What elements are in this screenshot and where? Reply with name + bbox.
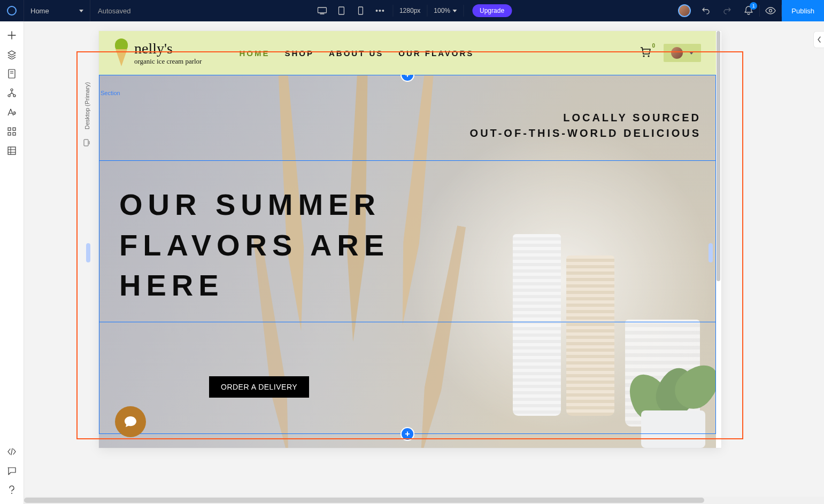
svg-point-25 [643,55,644,57]
svg-rect-17 [13,133,16,135]
editor-canvas[interactable]: Desktop (Primary) nelly's organic ice cr… [24,21,824,497]
svg-rect-2 [338,7,344,14]
tablet-breakpoint-button[interactable] [332,0,351,21]
desktop-icon [83,139,91,146]
nav-flavors[interactable]: Our Flavors [398,49,474,58]
more-breakpoints-button[interactable] [370,0,389,21]
canvas-width[interactable]: 1280px [396,7,423,14]
page-name: Home [30,7,49,15]
editor-horizontal-scrollbar[interactable] [24,497,824,504]
page-stage[interactable]: nelly's organic ice cream parlor Home Sh… [99,31,721,448]
svg-point-22 [11,493,12,494]
cart-button[interactable]: 0 [639,46,652,60]
resize-handle-left[interactable] [86,243,90,262]
svg-point-12 [8,95,10,97]
zoom-selector[interactable]: 100% [430,7,460,14]
topbar-center: 1280px 100% Upgrade [312,0,512,21]
site-structure-button[interactable] [0,83,24,103]
cart-count: 0 [652,43,655,49]
brand-tagline: organic ice cream parlor [134,57,202,66]
svg-point-7 [769,10,772,12]
svg-rect-14 [8,128,11,130]
avatar-icon [671,47,683,59]
hero-section[interactable]: LOCALLY SOURCED OUT-OF-THIS-WORLD DELICI… [99,75,716,448]
user-avatar[interactable] [674,0,695,21]
svg-rect-8 [9,69,15,78]
save-status: Autosaved [90,7,138,15]
svg-rect-16 [8,133,11,135]
topbar-right: 1 Publish [674,0,824,21]
site-header[interactable]: nelly's organic ice cream parlor Home Sh… [99,31,716,75]
svg-rect-23 [84,139,88,146]
notifications-button[interactable]: 1 [738,0,759,21]
svg-rect-18 [8,147,16,154]
notification-badge: 1 [750,2,757,10]
chevron-down-icon [689,52,694,55]
undo-button[interactable] [695,0,717,21]
pages-button[interactable] [0,64,24,83]
separator [427,5,427,17]
svg-point-13 [13,95,16,97]
editor-top-bar: Home Autosaved 1280px 100% Upgrade [0,0,824,21]
mobile-breakpoint-button[interactable] [351,0,370,21]
svg-point-4 [375,10,377,11]
profile-menu[interactable] [664,44,701,62]
upgrade-button[interactable]: Upgrade [472,4,512,17]
brand-name: nelly's [134,40,202,57]
svg-rect-0 [318,7,326,13]
comments-button[interactable] [0,461,24,480]
publish-button[interactable]: Publish [782,0,824,21]
left-tool-rail [0,21,24,504]
brand[interactable]: nelly's organic ice cream parlor [114,38,202,67]
preview-button[interactable] [760,0,781,21]
chevron-down-icon [79,10,83,12]
zoom-value: 100% [434,7,450,14]
nav-links: Home Shop About Us Our Flavors [239,49,474,58]
svg-point-11 [11,89,13,91]
chevron-down-icon [452,10,457,12]
left-rail-bottom [0,442,24,500]
nav-home[interactable]: Home [239,49,269,58]
add-section-below-button[interactable]: + [402,428,413,440]
separator [463,5,464,17]
preview-scrollbar[interactable] [717,31,720,281]
breakpoint-label: Desktop (Primary) [82,74,93,138]
guide-line [99,322,716,322]
help-button[interactable] [0,480,24,500]
code-button[interactable] [0,442,24,461]
cms-button[interactable] [0,141,24,160]
open-inspector-tab[interactable] [813,31,824,48]
svg-point-26 [648,55,649,57]
resize-handle-right[interactable] [709,243,713,262]
section-tag-label[interactable]: Section [101,90,120,96]
brand-logo-icon [114,38,129,67]
website-preview: nelly's organic ice cream parlor Home Sh… [99,31,716,448]
apps-button[interactable] [0,122,24,141]
guide-line [99,160,716,161]
redo-button[interactable] [717,0,738,21]
nav-right: 0 [639,44,701,62]
typography-button[interactable] [0,103,24,122]
svg-point-5 [379,10,380,11]
chat-widget[interactable] [115,406,146,437]
separator [392,5,393,17]
selection-box [99,75,716,434]
app-logo[interactable] [0,0,24,21]
brand-text: nelly's organic ice cream parlor [134,40,202,66]
svg-rect-15 [13,128,16,130]
nav-shop[interactable]: Shop [284,49,314,58]
logo-icon [7,6,17,15]
nav-about[interactable]: About Us [329,49,383,58]
scrollbar-thumb[interactable] [24,498,704,503]
desktop-breakpoint-button[interactable] [312,0,332,21]
svg-point-6 [382,10,383,11]
add-element-button[interactable] [0,26,24,45]
layers-button[interactable] [0,45,24,64]
page-selector[interactable]: Home [24,0,90,21]
avatar-icon [678,4,691,17]
svg-rect-3 [358,7,363,14]
